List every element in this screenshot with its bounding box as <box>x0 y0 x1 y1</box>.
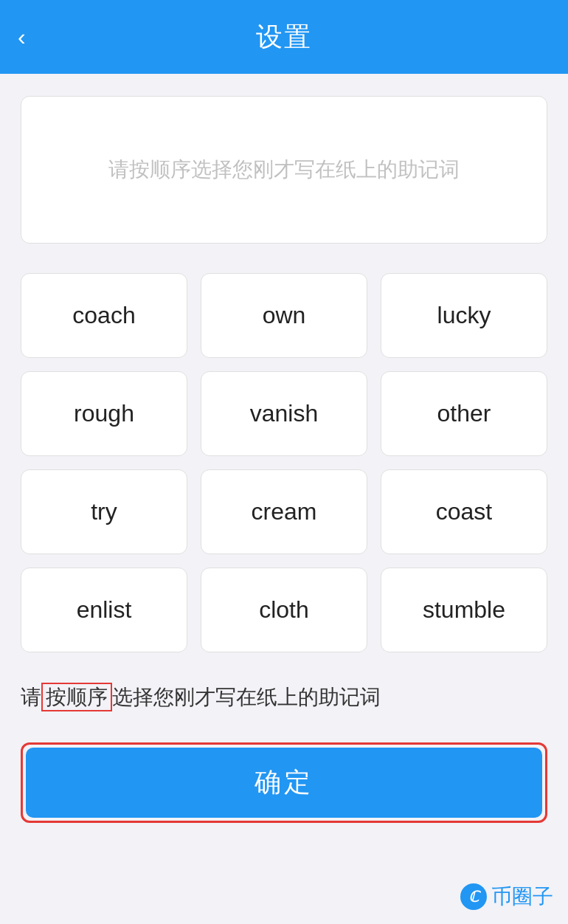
word-label-cream: cream <box>252 498 317 525</box>
word-grid: coachownluckyroughvanishothertrycreamcoa… <box>21 273 547 652</box>
word-card-own[interactable]: own <box>201 273 367 358</box>
word-card-cream[interactable]: cream <box>201 469 367 554</box>
word-label-lucky: lucky <box>437 302 491 329</box>
confirm-button-wrapper: 确定 <box>21 742 547 823</box>
word-card-other[interactable]: other <box>381 371 547 456</box>
word-label-coast: coast <box>436 498 492 525</box>
word-card-rough[interactable]: rough <box>21 371 187 456</box>
header: ‹ 设置 <box>0 0 568 74</box>
word-label-try: try <box>91 498 117 525</box>
word-card-try[interactable]: try <box>21 469 187 554</box>
mnemonic-placeholder-text: 请按顺序选择您刚才写在纸上的助记词 <box>108 154 460 187</box>
page-title: 设置 <box>256 19 312 55</box>
back-button[interactable]: ‹ <box>18 24 26 51</box>
word-label-own: own <box>263 302 306 329</box>
word-label-stumble: stumble <box>423 596 505 624</box>
word-card-enlist[interactable]: enlist <box>21 568 187 652</box>
word-label-coach: coach <box>72 302 135 329</box>
word-label-enlist: enlist <box>77 596 132 624</box>
word-card-coast[interactable]: coast <box>381 469 547 554</box>
word-card-lucky[interactable]: lucky <box>381 273 547 358</box>
mnemonic-display-box: 请按顺序选择您刚才写在纸上的助记词 <box>21 96 547 244</box>
word-card-cloth[interactable]: cloth <box>201 568 367 652</box>
main-content: 请按顺序选择您刚才写在纸上的助记词 coachownluckyroughvani… <box>0 74 568 823</box>
word-card-vanish[interactable]: vanish <box>201 371 367 456</box>
word-label-other: other <box>437 400 491 427</box>
instruction-highlight: 按顺序 <box>41 683 112 711</box>
word-card-coach[interactable]: coach <box>21 273 187 358</box>
instruction-prefix: 请 <box>21 686 41 708</box>
word-label-vanish: vanish <box>250 400 319 427</box>
watermark-label: 币圈子 <box>491 883 553 911</box>
confirm-button[interactable]: 确定 <box>26 748 542 818</box>
instruction-suffix: 选择您刚才写在纸上的助记词 <box>112 686 381 708</box>
instruction-text: 请按顺序选择您刚才写在纸上的助记词 <box>21 682 547 713</box>
word-card-stumble[interactable]: stumble <box>381 568 547 652</box>
word-label-rough: rough <box>74 400 134 427</box>
watermark: ℂ 币圈子 <box>460 883 553 911</box>
word-label-cloth: cloth <box>259 596 309 624</box>
watermark-icon: ℂ <box>460 883 487 910</box>
